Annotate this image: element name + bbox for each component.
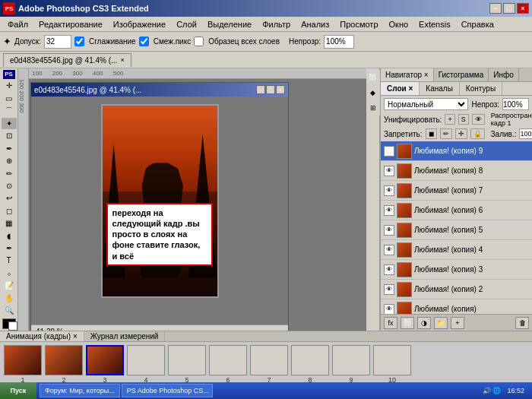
layer-eye-0[interactable]: 👁 xyxy=(384,146,394,157)
layer-item-3[interactable]: 👁 Любимая! (копия) 6 xyxy=(381,201,532,220)
doc-restore[interactable]: □ xyxy=(266,85,275,94)
layer-item-6[interactable]: 👁 Любимая! (копия) 3 xyxy=(381,260,532,280)
layer-eye-3[interactable]: 👁 xyxy=(384,205,394,216)
histogram-tab[interactable]: Гистограмма xyxy=(434,68,489,81)
taskbar-item-ps[interactable]: PS Adobe Photoshop CS... xyxy=(122,384,213,397)
layer-new-btn[interactable]: + xyxy=(451,317,464,329)
doc-minimize[interactable]: − xyxy=(256,85,265,94)
layer-adjustment-btn[interactable]: ◑ xyxy=(417,317,431,329)
opacity-field[interactable] xyxy=(502,98,529,110)
document-tab[interactable]: e0d483e45546.jpg @ 41.4% (... × xyxy=(3,53,131,67)
path-tool[interactable]: ⬦ xyxy=(2,268,17,279)
layer-mask-btn[interactable]: ⬜ xyxy=(401,317,414,329)
sample-all-checkbox[interactable] xyxy=(194,36,204,46)
right-tool-1[interactable]: ⬜ xyxy=(366,70,381,85)
layer-eye-8[interactable]: 👁 xyxy=(384,304,394,315)
selection-tool[interactable]: ▭ xyxy=(2,92,17,103)
menu-window[interactable]: Окно xyxy=(385,18,413,30)
menu-layer[interactable]: Слой xyxy=(172,18,201,30)
navigator-tab[interactable]: Навигатор × xyxy=(381,68,434,81)
channels-tab[interactable]: Каналы xyxy=(420,82,460,95)
menu-image[interactable]: Изображение xyxy=(109,18,170,30)
close-button[interactable]: × xyxy=(517,3,529,14)
text-tool[interactable]: T xyxy=(2,255,17,266)
layer-eye-1[interactable]: 👁 xyxy=(384,166,394,176)
layer-item-8[interactable]: 👁 Любимая! (копия) xyxy=(381,299,532,314)
layer-fx-btn[interactable]: fx xyxy=(384,317,397,329)
move-tool[interactable]: ✛ xyxy=(2,80,17,91)
minimize-button[interactable]: − xyxy=(489,3,502,14)
start-button[interactable]: Пуск xyxy=(0,382,36,399)
crop-tool[interactable]: ⊡ xyxy=(2,130,17,141)
doc-window-controls[interactable]: − □ × xyxy=(256,85,285,94)
right-tool-3[interactable]: ⊞ xyxy=(366,100,381,116)
info-tab[interactable]: Инфо xyxy=(489,68,519,81)
healing-tool[interactable]: ⊕ xyxy=(2,155,17,166)
layers-tab[interactable]: Слои × xyxy=(381,82,420,95)
layer-eye-5[interactable]: 👁 xyxy=(384,245,394,255)
layer-item-1[interactable]: 👁 Любимая! (копия) 8 xyxy=(381,161,532,181)
lock-transparency[interactable]: ◼ xyxy=(426,128,437,139)
lock-position[interactable]: ✛ xyxy=(455,128,467,139)
clone-tool[interactable]: ⊙ xyxy=(2,180,17,192)
layer-eye-2[interactable]: 👁 xyxy=(384,185,394,196)
restore-button[interactable]: □ xyxy=(503,3,515,14)
unify-pos-btn[interactable]: + xyxy=(445,114,454,125)
menu-help[interactable]: Справка xyxy=(457,18,499,30)
tolerance-input[interactable] xyxy=(44,35,71,49)
smoothing-checkbox[interactable] xyxy=(74,36,84,46)
doc-tab-close[interactable]: × xyxy=(120,56,124,64)
layer-item-5[interactable]: 👁 Любимая! (копия) 4 xyxy=(381,240,532,260)
background-color[interactable] xyxy=(8,321,17,331)
foreground-color[interactable] xyxy=(2,318,16,329)
layer-item-2[interactable]: 👁 Любимая! (копия) 7 xyxy=(381,181,532,201)
menu-analyze[interactable]: Анализ xyxy=(296,18,334,30)
menu-extensis[interactable]: Extensis xyxy=(414,18,455,30)
right-panel: Навигатор × Гистограмма Инфо Слои × Кана… xyxy=(380,68,532,331)
lock-pixels[interactable]: ✏ xyxy=(440,128,452,139)
menu-edit[interactable]: Редактирование xyxy=(34,18,107,30)
doc-close[interactable]: × xyxy=(276,85,285,94)
ruler-vertical: 100 200 300 xyxy=(18,68,29,331)
blend-mode-select[interactable]: Нормальный xyxy=(384,98,468,110)
lock-all[interactable]: 🔒 xyxy=(470,128,485,139)
unify-style-btn[interactable]: S xyxy=(458,114,469,125)
layer-item-7[interactable]: 👁 Любимая! (копия) 2 xyxy=(381,280,532,299)
contiguous-checkbox[interactable] xyxy=(139,36,149,46)
measurement-log-tab[interactable]: Журнал измерений xyxy=(84,331,166,341)
menu-filter[interactable]: Фильтр xyxy=(258,18,295,30)
hand-tool[interactable]: ✋ xyxy=(2,292,17,303)
magic-wand-tool[interactable]: ✦ xyxy=(2,118,17,129)
dodge-tool[interactable]: ◖ xyxy=(2,230,17,241)
eyedropper-tool[interactable]: ✒ xyxy=(2,143,17,154)
menu-select[interactable]: Выделение xyxy=(203,18,256,30)
menu-file[interactable]: Файл xyxy=(3,18,33,30)
menu-view[interactable]: Просмотр xyxy=(335,18,382,30)
opacity-input[interactable] xyxy=(324,35,354,49)
layer-eye-6[interactable]: 👁 xyxy=(384,264,394,275)
layer-thumb-0 xyxy=(397,144,412,159)
layer-item-4[interactable]: 👁 Любимая! (копия) 5 xyxy=(381,220,532,240)
layer-eye-4[interactable]: 👁 xyxy=(384,225,394,236)
layer-thumb-4 xyxy=(397,223,412,238)
unify-vis-btn[interactable]: 👁 xyxy=(472,114,485,125)
window-controls[interactable]: − □ × xyxy=(489,3,529,14)
layer-eye-7[interactable]: 👁 xyxy=(384,284,394,295)
right-tool-2[interactable]: ◆ xyxy=(366,85,381,100)
layer-group-btn[interactable]: 📁 xyxy=(434,317,448,329)
pen-tool[interactable]: ✒ xyxy=(2,242,17,254)
notes-tool[interactable]: 📝 xyxy=(2,280,17,291)
gradient-tool[interactable]: ▦ xyxy=(2,217,17,229)
zoom-tool[interactable]: 🔍 xyxy=(2,305,17,316)
taskbar-item-forum[interactable]: Форум: Мир, которы... xyxy=(40,384,120,397)
history-brush[interactable]: ↩ xyxy=(2,192,17,204)
layer-item-0[interactable]: 👁 Любимая! (копия) 9 xyxy=(381,141,532,161)
fill-field[interactable] xyxy=(519,128,532,139)
eraser-tool[interactable]: ◻ xyxy=(2,205,17,217)
layer-delete-btn[interactable]: 🗑 xyxy=(515,317,529,329)
paths-tab[interactable]: Контуры xyxy=(460,82,502,95)
lasso-tool[interactable]: ⌒ xyxy=(2,105,17,117)
brush-tool[interactable]: ✏ xyxy=(2,167,17,179)
layer-thumb-2 xyxy=(397,183,412,198)
animation-frames-tab[interactable]: Анимация (кадры) × xyxy=(0,331,84,341)
